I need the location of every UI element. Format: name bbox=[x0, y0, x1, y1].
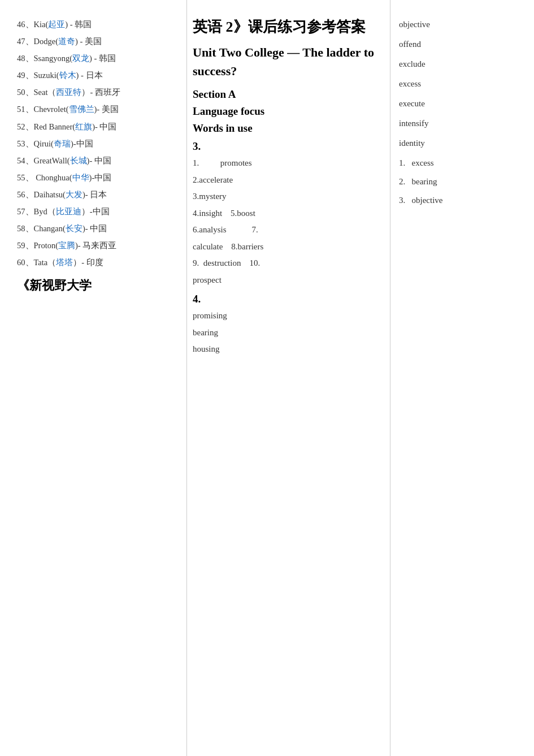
left-item-60: 60、Tata（塔塔）- 印度 bbox=[17, 255, 175, 270]
item53-text2: )-中国 bbox=[71, 139, 93, 148]
item52-text: 52、Red Banner( bbox=[17, 122, 75, 131]
right-answer-2-word: bearing bbox=[412, 177, 437, 186]
item53-text: 53、Qirui( bbox=[17, 139, 54, 148]
item50-chinese: 西亚特 bbox=[56, 88, 81, 97]
middle-column: 英语 2》课后练习参考答案 Unit Two College — The lad… bbox=[186, 0, 390, 756]
item52-text2: )- 中国 bbox=[92, 122, 116, 131]
right-answer-3-word: objective bbox=[412, 196, 443, 205]
left-item-55: 55、 Chonghua(中华)-中国 bbox=[17, 170, 175, 185]
item56-text: 56、Daihatsu( bbox=[17, 190, 66, 199]
right-word-3: exclude bbox=[399, 57, 523, 72]
unit-heading: Unit Two College — The ladder to success… bbox=[193, 43, 381, 80]
right-word-7: identity bbox=[399, 136, 523, 151]
answer3-6: calculate 8.barriers bbox=[193, 240, 381, 254]
item49-text2: ) - 日本 bbox=[76, 71, 103, 80]
left-item-47: 47、Dodge(道奇) - 美国 bbox=[17, 34, 175, 49]
item46-chinese: 起亚 bbox=[48, 20, 65, 29]
left-item-58: 58、Changan(长安)- 中国 bbox=[17, 221, 175, 236]
left-column: 46、Kia(起亚) - 韩国 47、Dodge(道奇) - 美国 48、Ssa… bbox=[0, 0, 186, 756]
item47-chinese: 道奇 bbox=[58, 37, 75, 46]
left-item-49: 49、Suzuki(铃木) - 日本 bbox=[17, 68, 175, 83]
left-item-59: 59、Proton(宝腾)- 马来西亚 bbox=[17, 238, 175, 253]
left-item-52: 52、Red Banner(红旗)- 中国 bbox=[17, 119, 175, 134]
item59-text2: )- 马来西亚 bbox=[75, 241, 116, 250]
right-word-1: objective bbox=[399, 17, 523, 32]
left-item-57: 57、Byd（比亚迪）-中国 bbox=[17, 204, 175, 219]
item59-chinese: 宝腾 bbox=[58, 241, 75, 250]
item47-text2: ) - 美国 bbox=[75, 37, 102, 46]
right-word-5: execute bbox=[399, 96, 523, 111]
words-in-use-heading: Words in use bbox=[193, 122, 381, 135]
item48-chinese: 双龙 bbox=[72, 54, 89, 63]
item50-text2: ）- 西班牙 bbox=[81, 88, 120, 97]
answer3-5: 6.analysis 7. bbox=[193, 223, 381, 237]
right-answer-3: 3. objective bbox=[399, 193, 523, 208]
item54-text: 54、GreatWall( bbox=[17, 156, 70, 165]
item49-text: 49、Suzuki( bbox=[17, 71, 59, 80]
right-answer-1: 1. excess bbox=[399, 155, 523, 171]
item55-text2: )-中国 bbox=[89, 173, 112, 182]
item47-text: 47、Dodge( bbox=[17, 37, 58, 46]
left-item-54: 54、GreatWall(长城)- 中国 bbox=[17, 153, 175, 168]
language-focus-heading: Language focus bbox=[193, 105, 381, 118]
item58-text: 58、Changan( bbox=[17, 224, 66, 233]
item55-text: 55、 Chonghua( bbox=[17, 173, 72, 182]
item58-chinese: 长安 bbox=[66, 224, 83, 233]
answer3-8: prospect bbox=[193, 273, 381, 288]
item46-text: 46、Kia( bbox=[17, 20, 48, 29]
answer4-3: housing bbox=[193, 342, 381, 357]
item51-chinese: 雪佛兰 bbox=[69, 105, 94, 114]
item60-chinese: 塔塔 bbox=[56, 258, 73, 267]
left-item-53: 53、Qirui(奇瑞)-中国 bbox=[17, 136, 175, 151]
left-item-46: 46、Kia(起亚) - 韩国 bbox=[17, 17, 175, 32]
item58-text2: )- 中国 bbox=[83, 224, 107, 233]
item55-chinese: 中华 bbox=[72, 173, 89, 182]
item48-text: 48、Ssangyong( bbox=[17, 54, 72, 63]
answer3-1: 1. promotes bbox=[193, 156, 381, 171]
item48-text2: ) - 韩国 bbox=[89, 54, 116, 63]
right-answer-1-word: excess bbox=[412, 158, 434, 167]
right-word-4: excess bbox=[399, 76, 523, 92]
item57-text: 57、Byd（ bbox=[17, 207, 56, 216]
item57-chinese: 比亚迪 bbox=[56, 207, 81, 216]
section-heading: Section A bbox=[193, 88, 381, 101]
left-item-56: 56、Daihatsu(大发)- 日本 bbox=[17, 187, 175, 202]
answer4-1: promising bbox=[193, 309, 381, 323]
item59-text: 59、Proton( bbox=[17, 241, 58, 250]
left-item-51: 51、Chevrolet(雪佛兰)- 美国 bbox=[17, 102, 175, 116]
item46-text2: ) - 韩国 bbox=[65, 20, 92, 29]
item51-text2: )- 美国 bbox=[94, 105, 119, 114]
item60-text2: ）- 印度 bbox=[73, 258, 103, 267]
item54-text2: )- 中国 bbox=[87, 156, 111, 165]
right-word-2: offend bbox=[399, 37, 523, 52]
right-column: objective offend exclude excess execute … bbox=[390, 0, 534, 756]
item60-text: 60、Tata（ bbox=[17, 258, 56, 267]
item54-chinese: 长城 bbox=[70, 156, 87, 165]
answer3-3: 3.mystery bbox=[193, 189, 381, 204]
book-title: 英语 2》课后练习参考答案 bbox=[193, 17, 381, 37]
item53-chinese: 奇瑞 bbox=[54, 139, 71, 148]
right-answer-3-num: 3. bbox=[399, 196, 405, 205]
number3-heading: 3. bbox=[193, 140, 381, 153]
item57-text2: ）-中国 bbox=[81, 207, 110, 216]
item52-chinese: 红旗 bbox=[75, 122, 92, 131]
item50-text: 50、Seat（ bbox=[17, 88, 56, 97]
right-answer-2: 2. bearing bbox=[399, 174, 523, 189]
left-last-text: 《新视野大学 bbox=[17, 274, 175, 297]
left-item-48: 48、Ssangyong(双龙) - 韩国 bbox=[17, 51, 175, 66]
left-item-50: 50、Seat（西亚特）- 西班牙 bbox=[17, 85, 175, 100]
answer4-2: bearing bbox=[193, 326, 381, 340]
right-word-6: intensify bbox=[399, 116, 523, 131]
page-container: 46、Kia(起亚) - 韩国 47、Dodge(道奇) - 美国 48、Ssa… bbox=[0, 0, 534, 756]
answer3-4: 4.insight 5.boost bbox=[193, 206, 381, 221]
number4-heading: 4. bbox=[193, 293, 381, 305]
item51-text: 51、Chevrolet( bbox=[17, 105, 69, 114]
answer3-2: 2.accelerate bbox=[193, 173, 381, 188]
item49-chinese: 铃木 bbox=[59, 71, 76, 80]
right-answer-2-num: 2. bbox=[399, 177, 405, 186]
item56-chinese: 大发 bbox=[66, 190, 83, 199]
item56-text2: )- 日本 bbox=[83, 190, 107, 199]
right-answer-1-num: 1. bbox=[399, 158, 405, 167]
answer3-7: 9. destruction 10. bbox=[193, 256, 381, 271]
